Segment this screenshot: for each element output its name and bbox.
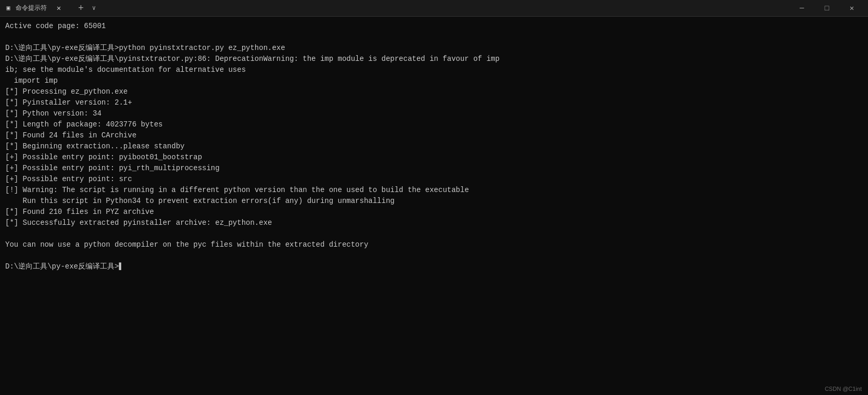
terminal-line: [*] Processing ez_python.exe	[5, 86, 863, 97]
terminal-line: [*] Length of package: 4023776 bytes	[5, 119, 863, 130]
terminal-line: ib; see the module's documentation for a…	[5, 65, 863, 75]
terminal-line: You can now use a python decompiler on t…	[5, 239, 863, 250]
tab-dropdown-button[interactable]: ∨	[90, 4, 98, 12]
tab-close-button[interactable]: ✕	[54, 4, 64, 13]
minimize-button[interactable]: ─	[790, 0, 814, 17]
maximize-button[interactable]: □	[815, 0, 839, 17]
add-tab-button[interactable]: +	[74, 3, 88, 14]
terminal-line: [+] Possible entry point: pyiboot01_boot…	[5, 152, 863, 163]
terminal-line: import imp	[5, 75, 863, 86]
terminal-line: Active code page: 65001	[5, 21, 863, 32]
titlebar-left: ▣ 命令提示符 ✕	[4, 4, 64, 13]
watermark: CSDN @C1int	[825, 386, 862, 392]
terminal-output: Active code page: 65001 D:\逆向工具\py-exe反编…	[0, 17, 868, 395]
terminal-line: [*] Beginning extraction...please standb…	[5, 141, 863, 152]
terminal-line	[5, 32, 863, 43]
terminal-line: [*] Found 24 files in CArchive	[5, 130, 863, 141]
terminal-line: [*] Found 210 files in PYZ archive	[5, 207, 863, 218]
terminal-line: [+] Possible entry point: src	[5, 174, 863, 185]
window-title: 命令提示符	[16, 4, 47, 12]
terminal-line: Run this script in Python34 to prevent e…	[5, 196, 863, 207]
terminal-line: [+] Possible entry point: pyi_rth_multip…	[5, 163, 863, 174]
terminal-line: D:\逆向工具\py-exe反编译工具>▌	[5, 261, 863, 272]
terminal-line: [*] Pyinstaller version: 2.1+	[5, 97, 863, 108]
terminal-icon: ▣	[4, 4, 12, 12]
terminal-line: [!] Warning: The script is running in a …	[5, 185, 863, 196]
close-button[interactable]: ✕	[840, 0, 864, 17]
terminal-line: [*] Successfully extracted pyinstaller a…	[5, 218, 863, 228]
terminal-line: D:\逆向工具\py-exe反编译工具\pyinstxtractor.py:86…	[5, 54, 863, 65]
titlebar: ▣ 命令提示符 ✕ + ∨ ─ □ ✕	[0, 0, 868, 17]
terminal-line	[5, 250, 863, 261]
titlebar-tabs: + ∨	[74, 3, 98, 14]
window-controls: ─ □ ✕	[790, 0, 864, 17]
terminal-line	[5, 228, 863, 239]
terminal-line: D:\逆向工具\py-exe反编译工具>python pyinstxtracto…	[5, 43, 863, 54]
terminal-line: [*] Python version: 34	[5, 108, 863, 119]
